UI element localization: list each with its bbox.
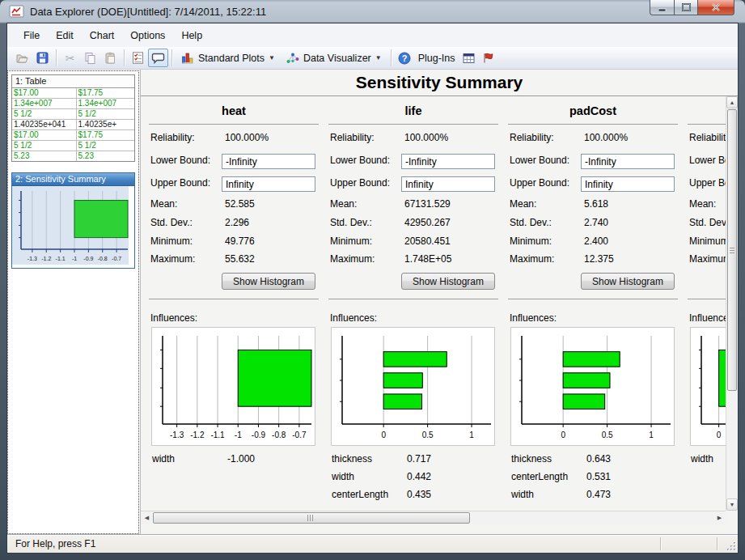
menu-bar: FileEditChartOptionsHelp <box>7 23 738 47</box>
stat-row-upper_bound: Upper Bound: <box>147 177 320 198</box>
svg-text:-0.7: -0.7 <box>112 256 121 261</box>
plugin-grid-button[interactable] <box>459 49 479 67</box>
variable-column-partial: Reliability:Lower Bound:Upper Bound:Mean… <box>686 104 726 511</box>
svg-text:1: 1 <box>649 431 654 439</box>
plug-ins-label[interactable]: Plug-Ins <box>415 51 459 66</box>
close-button[interactable] <box>698 0 734 15</box>
minimize-button[interactable] <box>650 0 675 15</box>
chevron-down-icon: ▼ <box>269 54 275 62</box>
resize-grip[interactable] <box>726 541 737 552</box>
reliability-value: 100.000% <box>584 132 628 143</box>
minimum-label: Minimum: <box>510 235 552 247</box>
scroll-down-arrow[interactable]: ▼ <box>726 498 738 511</box>
maximum-value: 1.748E+05 <box>404 253 451 265</box>
minimum-label: Minimum: <box>150 235 193 247</box>
influence-value: 0.473 <box>586 489 611 500</box>
variable-column-padCost: padCostReliability:100.000%Lower Bound:U… <box>506 104 679 511</box>
lower_bound-input[interactable] <box>581 154 675 169</box>
client-area: FileEditChartOptionsHelp ✂ Standard Plot… <box>6 23 739 554</box>
help-icon: ? <box>398 52 411 65</box>
save-button[interactable] <box>32 49 53 67</box>
svg-text:-1.1: -1.1 <box>56 256 66 261</box>
influence-value: 0.435 <box>407 489 431 500</box>
app-window: Data Explorer (DOE)[Untitled]: 7/14/2011… <box>0 0 745 560</box>
checklist-button[interactable] <box>128 49 148 67</box>
vertical-scroll-thumb[interactable] <box>727 109 737 391</box>
copy-button[interactable] <box>80 49 100 67</box>
upper_bound-input[interactable] <box>581 176 675 192</box>
stat-row-lower_bound: Lower Bound: <box>327 155 500 177</box>
maximum-label: Maximum: <box>510 253 554 265</box>
mean-value: 5.618 <box>584 198 608 210</box>
lower_bound-input[interactable] <box>222 154 315 169</box>
show-histogram-button[interactable]: Show Histogram <box>222 273 315 290</box>
stat-row-std_dev: Std. Dev.:42950.267 <box>327 217 500 235</box>
standard-plots-dropdown[interactable]: Standard Plots ▼ <box>176 50 281 66</box>
paste-button[interactable] <box>100 49 121 67</box>
upper_bound-input[interactable] <box>222 176 315 192</box>
sidebar-item-table[interactable]: 1: Table $17.00$17.751.34e+0071.34e+0075… <box>11 74 135 162</box>
std_dev-label: Std. Dev.: <box>510 217 552 228</box>
sidebar-item-sensitivity-label: 2: Sensitivity Summary <box>12 173 134 186</box>
lower_bound-input[interactable] <box>401 154 495 169</box>
menu-options[interactable]: Options <box>122 27 173 45</box>
svg-text:-1.3: -1.3 <box>170 431 184 439</box>
sensitivity-chart-preview: -1.3-1.2-1.1-1-0.9-0.8-0.7 <box>12 186 134 268</box>
plugin-flag-button[interactable] <box>479 49 499 67</box>
maximum-value: 12.375 <box>584 253 614 265</box>
table-cell: 1.34e+007 <box>76 99 134 108</box>
table-preview: $17.00$17.751.34e+0071.34e+0075 1/25 1/2… <box>12 88 134 161</box>
table-cell: 5 1/2 <box>12 141 76 151</box>
upper_bound-label: Upper Bound: <box>689 177 726 189</box>
maximize-button[interactable] <box>675 0 698 15</box>
toolbar-separator <box>171 49 172 66</box>
scroll-up-arrow[interactable]: ▲ <box>726 96 738 108</box>
show-histogram-button[interactable]: Show Histogram <box>401 273 495 290</box>
table-cell: $17.00 <box>12 130 76 140</box>
column-divider <box>328 299 498 299</box>
help-button[interactable]: ? <box>395 49 415 67</box>
cut-button[interactable]: ✂ <box>60 49 80 67</box>
variable-name: life <box>327 104 500 122</box>
menu-help[interactable]: Help <box>173 27 210 45</box>
main-gap <box>141 524 738 534</box>
table-cell: $17.00 <box>12 88 76 98</box>
horizontal-scrollbar[interactable]: ◀ ▶ <box>141 511 726 524</box>
table-cell: 5 1/2 <box>12 109 76 119</box>
std_dev-label: Std. Dev.: <box>150 217 193 228</box>
mean-label: Mean: <box>689 198 716 210</box>
table-preview-row: 5.235.23 <box>12 151 134 161</box>
vertical-scrollbar[interactable]: ▲ ▼ <box>726 96 738 511</box>
grid-icon <box>463 53 475 64</box>
toolbar-separator <box>391 49 392 66</box>
open-button[interactable] <box>12 49 32 67</box>
histogram-button-row: Show Histogram <box>686 273 726 297</box>
stat-row-reliability: Reliability:100.000% <box>327 132 500 155</box>
horizontal-scroll-thumb[interactable] <box>153 512 470 524</box>
svg-text:-1.3: -1.3 <box>28 256 37 261</box>
main-panel: Sensitivity Summary heatReliability:100.… <box>141 70 738 534</box>
stat-row-upper_bound: Upper Bound: <box>686 177 726 198</box>
lower_bound-label: Lower Bound: <box>330 155 390 166</box>
upper_bound-input[interactable] <box>401 176 495 192</box>
reliability-label: Reliability: <box>689 132 726 143</box>
data-visualizer-dropdown[interactable]: Data Visualizer ▼ <box>281 50 387 66</box>
menu-chart[interactable]: Chart <box>82 27 123 45</box>
reliability-label: Reliability: <box>510 132 554 143</box>
stat-row-reliability: Reliability:100.000% <box>506 132 679 155</box>
menu-file[interactable]: File <box>15 27 48 45</box>
stat-row-minimum: Minimum: <box>686 235 726 253</box>
menu-edit[interactable]: Edit <box>48 27 82 45</box>
scroll-left-arrow[interactable]: ◀ <box>141 512 153 524</box>
scroll-right-arrow[interactable]: ▶ <box>713 512 726 524</box>
sidebar-item-sensitivity-summary[interactable]: 2: Sensitivity Summary -1.3-1.2-1.1-1-0.… <box>11 172 135 269</box>
annotation-button[interactable] <box>148 49 168 67</box>
show-histogram-button[interactable]: Show Histogram <box>581 273 675 290</box>
svg-text:-1: -1 <box>235 431 242 439</box>
table-preview-row: $17.00$17.75 <box>12 88 134 99</box>
influence-name: width <box>152 453 175 465</box>
stat-row-upper_bound: Upper Bound: <box>327 177 500 198</box>
svg-text:-0.8: -0.8 <box>98 256 108 261</box>
mean-label: Mean: <box>150 198 177 210</box>
svg-text:-1.2: -1.2 <box>41 256 51 261</box>
